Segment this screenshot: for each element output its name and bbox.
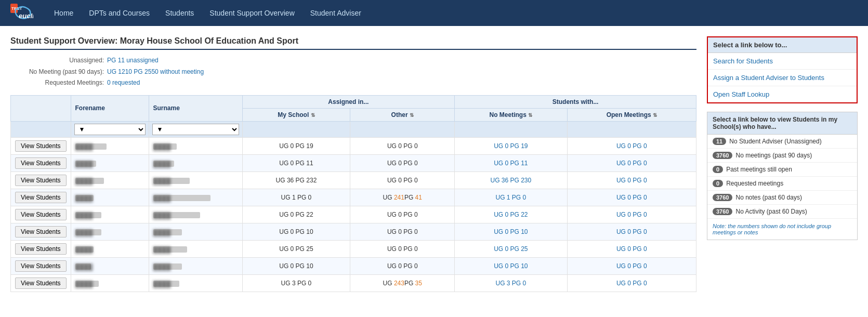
table-row: View Students████████UG 0 PG 19UG 0 PG 0… (11, 137, 696, 154)
stats-label[interactable]: Past meetings still open (726, 166, 792, 173)
other-link[interactable]: 35 (415, 280, 422, 287)
no-meetings-link[interactable]: UG 0 PG 10 (494, 228, 528, 235)
no-meetings-cell[interactable]: UG 0 PG 10 (455, 223, 567, 240)
assign-adviser-link[interactable]: Assign a Student Adviser to Students (708, 70, 857, 86)
no-meetings-cell[interactable]: UG 36 PG 230 (455, 171, 567, 189)
open-meetings-link[interactable]: UG 0 PG 0 (616, 177, 647, 184)
no-meetings-link[interactable]: UG 3 PG 0 (496, 280, 527, 287)
open-meetings-link[interactable]: UG 0 PG 0 (616, 211, 647, 218)
open-meetings-cell[interactable]: UG 0 PG 0 (567, 257, 696, 274)
surname-cell: ████ (149, 189, 242, 206)
view-students-button[interactable]: View Students (15, 175, 67, 186)
filter-myschool-cell (242, 121, 350, 137)
no-meetings-cell[interactable]: UG 0 PG 11 (455, 154, 567, 171)
open-meetings-link[interactable]: UG 0 PG 0 (616, 280, 647, 287)
action-cell: View Students (11, 223, 71, 240)
stats-badge: 3760 (713, 194, 732, 201)
surname-cell: ████ (149, 257, 242, 274)
unassigned-link[interactable]: PG 11 unassigned (107, 55, 159, 67)
view-students-button[interactable]: View Students (15, 157, 67, 169)
forename-filter-select[interactable]: ▼ (74, 124, 146, 135)
no-meetings-cell[interactable]: UG 1 PG 0 (455, 189, 567, 206)
nav-support-overview[interactable]: Student Support Overview (209, 9, 294, 17)
filter-forename-cell[interactable]: ▼ (71, 121, 149, 137)
stats-item[interactable]: 0Past meetings still open (707, 163, 857, 177)
view-students-button[interactable]: View Students (15, 260, 67, 272)
th-surname: Surname (149, 95, 242, 121)
th-action (11, 95, 71, 121)
stats-label[interactable]: No Student Adviser (Unassigned) (729, 138, 821, 145)
open-meetings-cell[interactable]: UG 0 PG 0 (567, 240, 696, 257)
main-content: Student Support Overview: Moray House Sc… (0, 26, 868, 297)
other-cell: UG 0 PG 0 (350, 137, 455, 154)
open-meetings-cell[interactable]: UG 0 PG 0 (567, 206, 696, 223)
open-meetings-cell[interactable]: UG 0 PG 0 (567, 171, 696, 189)
open-meetings-cell[interactable]: UG 0 PG 0 (567, 137, 696, 154)
open-meetings-link[interactable]: UG 0 PG 0 (616, 262, 647, 270)
meta-info: Unassigned: PG 11 unassigned No Meeting … (10, 55, 696, 89)
filter-om-cell (567, 121, 696, 137)
view-students-button[interactable]: View Students (15, 140, 67, 152)
stats-panel: Select a link below to view Students in … (707, 112, 858, 240)
no-meetings-link[interactable]: UG 0 PG 19 (494, 142, 528, 150)
stats-label[interactable]: No notes (past 60 days) (735, 194, 801, 201)
no-meetings-cell[interactable]: UG 0 PG 19 (455, 137, 567, 154)
stats-label[interactable]: No meetings (past 90 days) (735, 152, 812, 159)
no-meetings-link[interactable]: UG 0 PG 11 (494, 160, 528, 167)
search-students-link[interactable]: Search for Students (708, 53, 857, 70)
no-meetings-cell[interactable]: UG 0 PG 25 (455, 240, 567, 257)
no-meetings-cell[interactable]: UG 0 PG 10 (455, 257, 567, 274)
open-meetings-cell[interactable]: UG 0 PG 0 (567, 274, 696, 292)
surname-filter-select[interactable]: ▼ (152, 124, 239, 135)
view-students-button[interactable]: View Students (15, 278, 67, 289)
stats-item[interactable]: 0Requested meetings (707, 177, 857, 191)
other-cell: UG 0 PG 0 (350, 223, 455, 240)
student-table: Forename Surname Assigned in... Students… (10, 95, 696, 292)
svg-text:euclid: euclid (19, 12, 33, 20)
no-meetings-link[interactable]: UG 0 PG 10 (494, 262, 528, 270)
open-meetings-cell[interactable]: UG 0 PG 0 (567, 154, 696, 171)
open-meetings-link[interactable]: UG 0 PG 0 (616, 142, 647, 150)
nav-students[interactable]: Students (165, 9, 194, 17)
open-meetings-link[interactable]: UG 0 PG 0 (616, 245, 647, 253)
stats-item[interactable]: 3760No notes (past 60 days) (707, 191, 857, 205)
open-meetings-link[interactable]: UG 0 PG 0 (616, 228, 647, 235)
other-link[interactable]: 243 (394, 280, 404, 287)
no-meetings-link[interactable]: UG 1 PG 0 (496, 194, 527, 201)
view-students-button[interactable]: View Students (15, 243, 67, 255)
view-students-button[interactable]: View Students (15, 209, 67, 220)
requested-label: Requested Meetings: (10, 77, 104, 89)
nav-home[interactable]: Home (54, 9, 73, 17)
filter-surname-cell[interactable]: ▼ (149, 121, 242, 137)
logo: TEST euclid (10, 4, 33, 22)
no-meetings-cell[interactable]: UG 0 PG 22 (455, 206, 567, 223)
other-cell: UG 0 PG 0 (350, 240, 455, 257)
stats-item[interactable]: 3760No meetings (past 90 days) (707, 149, 857, 163)
open-meetings-link[interactable]: UG 0 PG 0 (616, 160, 647, 167)
surname-cell: ████ (149, 171, 242, 189)
surname-cell: ████ (149, 223, 242, 240)
no-meetings-link[interactable]: UG 0 PG 25 (494, 245, 528, 253)
open-meetings-cell[interactable]: UG 0 PG 0 (567, 189, 696, 206)
open-meetings-link[interactable]: UG 0 PG 0 (616, 194, 647, 201)
my-school-cell: UG 0 PG 10 (242, 257, 350, 274)
stats-item[interactable]: 11No Student Adviser (Unassigned) (707, 135, 857, 149)
no-meetings-link[interactable]: UG 0 PG 22 (494, 211, 528, 218)
action-cell: View Students (11, 206, 71, 223)
open-staff-lookup-link[interactable]: Open Staff Lookup (708, 86, 857, 102)
other-link[interactable]: 241 (394, 194, 404, 201)
stats-item[interactable]: 3760No Activity (past 60 Days) (707, 205, 857, 218)
no-meetings-cell[interactable]: UG 3 PG 0 (455, 274, 567, 292)
nav-dpts[interactable]: DPTs and Courses (89, 9, 150, 17)
view-students-button[interactable]: View Students (15, 226, 67, 237)
stats-label[interactable]: Requested meetings (726, 180, 783, 187)
nav-adviser[interactable]: Student Adviser (310, 9, 361, 17)
view-students-button[interactable]: View Students (15, 192, 67, 203)
requested-link[interactable]: 0 requested (107, 77, 140, 89)
forename-cell: ████ (71, 206, 149, 223)
no-meeting-link[interactable]: UG 1210 PG 2550 without meeting (107, 67, 204, 78)
stats-label[interactable]: No Activity (past 60 Days) (735, 208, 807, 215)
other-link[interactable]: 41 (415, 194, 422, 201)
open-meetings-cell[interactable]: UG 0 PG 0 (567, 223, 696, 240)
no-meetings-link[interactable]: UG 36 PG 230 (490, 177, 531, 184)
